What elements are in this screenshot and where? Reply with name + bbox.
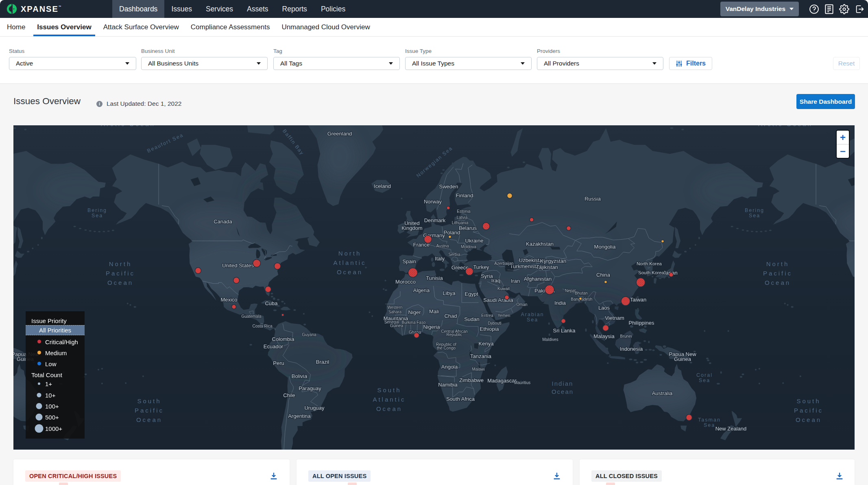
svg-text:Estonia: Estonia [457,209,471,214]
svg-text:Colombia: Colombia [272,336,295,342]
svg-text:North: North [766,260,789,267]
svg-text:Bhutan: Bhutan [575,291,588,295]
svg-text:Kenya: Kenya [479,341,494,347]
svg-text:Sea: Sea [749,213,760,218]
svg-text:Indonesia: Indonesia [620,346,643,352]
svg-text:Greenland: Greenland [327,131,352,137]
svg-text:Iran: Iran [511,278,520,284]
svg-text:Maldives: Maldives [542,337,558,342]
svg-text:Pacific: Pacific [794,407,823,414]
svg-text:Iraq: Iraq [491,277,500,284]
svg-text:Atlantic: Atlantic [333,259,366,266]
svg-text:Guyana: Guyana [302,332,316,337]
svg-text:Sea: Sea [527,317,538,323]
svg-text:Namibia: Namibia [438,382,458,388]
svg-text:Paraguay: Paraguay [299,385,321,391]
svg-text:Guatemala: Guatemala [242,314,262,319]
svg-text:South Africa: South Africa [446,396,475,402]
svg-text:Uruguay: Uruguay [304,405,325,411]
svg-text:Tanzania: Tanzania [470,353,492,359]
svg-text:Serbia: Serbia [449,252,460,257]
svg-text:Philippines: Philippines [629,320,654,326]
svg-text:Sudan: Sudan [464,316,480,322]
svg-text:Turkey: Turkey [473,264,489,270]
svg-text:Ukraine: Ukraine [465,238,484,244]
svg-text:Libya: Libya [443,290,456,296]
svg-text:India: India [554,300,566,306]
svg-text:South: South [137,398,161,404]
svg-text:Chile: Chile [283,392,295,398]
svg-text:South: South [796,398,820,404]
svg-text:Angola: Angola [441,364,458,370]
svg-text:Austria: Austria [436,244,449,248]
svg-text:Mongolia: Mongolia [594,244,616,250]
svg-text:North Korea: North Korea [637,261,662,266]
svg-text:Ecuador: Ecuador [264,343,284,350]
svg-text:Indian: Indian [552,380,574,387]
svg-text:Tunisia: Tunisia [426,275,443,281]
svg-text:Niger: Niger [408,309,421,315]
svg-text:Lithuania: Lithuania [452,221,469,225]
svg-text:Spain: Spain [402,258,416,264]
svg-text:Arctic Ocean: Arctic Ocean [101,125,155,127]
svg-text:Ocean: Ocean [376,405,402,412]
svg-text:Afghanistan: Afghanistan [524,276,552,282]
svg-text:Sahara: Sahara [388,310,402,314]
svg-text:Ocean: Ocean [765,279,791,286]
svg-text:Iceland: Iceland [374,183,391,189]
svg-text:Costa Rica: Costa Rica [253,324,273,328]
svg-text:Bering: Bering [745,208,764,213]
svg-text:Moldova: Moldova [461,245,476,249]
svg-text:Chad: Chad [444,313,457,319]
svg-text:South Korea: South Korea [638,270,665,275]
svg-text:Algeria: Algeria [413,287,430,293]
svg-text:Denmark: Denmark [424,217,446,223]
svg-text:Nigeria: Nigeria [423,324,440,330]
svg-text:Eritrea: Eritrea [481,313,493,318]
svg-text:Ocean: Ocean [337,269,363,275]
svg-text:Pacific: Pacific [106,270,135,277]
svg-text:Belarus: Belarus [459,225,477,231]
svg-text:Ocean: Ocean [552,388,574,395]
svg-text:Peru: Peru [273,360,284,366]
svg-text:Malaysia: Malaysia [593,333,615,339]
svg-text:Ocean: Ocean [136,416,162,423]
svg-text:Vietnam: Vietnam [605,315,624,321]
svg-text:the Congo: the Congo [437,346,456,350]
svg-text:Pacific: Pacific [763,270,792,277]
svg-text:Sri Lanka: Sri Lanka [553,328,576,334]
svg-text:Malawi: Malawi [472,367,484,371]
svg-text:Laos: Laos [598,305,610,311]
svg-text:Arabian: Arabian [521,312,544,317]
svg-text:Atlantic: Atlantic [373,396,406,403]
svg-text:Canada: Canada [214,218,232,225]
svg-text:Taiwan: Taiwan [630,297,646,303]
svg-text:Norway: Norway [424,199,442,205]
svg-text:Yemen: Yemen [498,313,510,318]
svg-text:Mexico: Mexico [220,297,237,303]
svg-text:Guinea: Guinea [674,356,691,362]
svg-text:Sea: Sea [704,422,715,428]
svg-text:Tasman: Tasman [698,417,721,423]
svg-text:Morocco: Morocco [395,279,416,285]
svg-text:Brazil: Brazil [316,359,329,365]
svg-text:Argentina: Argentina [288,413,311,419]
svg-text:Ocean: Ocean [107,279,133,286]
svg-text:Italy: Italy [435,256,445,262]
svg-text:Mali: Mali [429,308,439,315]
svg-text:Ocean: Ocean [796,416,822,423]
svg-text:Western: Western [387,305,402,310]
svg-text:Tajikistan: Tajikistan [536,264,558,270]
svg-text:Brunei: Brunei [620,334,632,339]
svg-text:Djibouti: Djibouti [488,321,501,326]
svg-text:Latvia: Latvia [457,215,468,220]
svg-text:Arctic Ocean: Arctic Ocean [758,125,813,127]
svg-text:Pacific: Pacific [135,407,164,414]
svg-text:Mauritius: Mauritius [514,380,531,385]
svg-text:Sea: Sea [92,213,103,218]
svg-text:New Zealand: New Zealand [715,426,747,432]
svg-text:Madagascar: Madagascar [487,378,517,384]
svg-text:Republic: Republic [447,332,462,337]
svg-text:Burkina Faso: Burkina Faso [402,320,426,325]
svg-text:Sea: Sea [699,378,710,383]
